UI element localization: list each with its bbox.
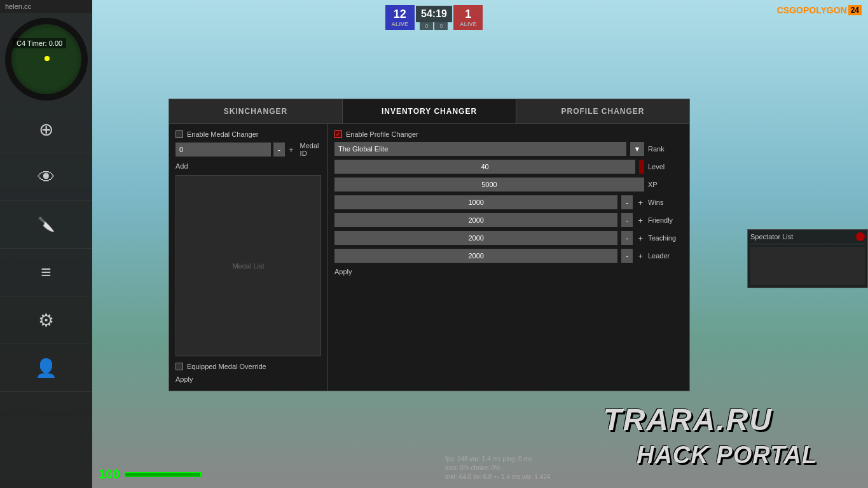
sidebar-item-settings[interactable]: ⚙ xyxy=(0,296,92,344)
tab-skinchanger[interactable]: SKINCHANGER xyxy=(169,99,343,123)
radar-circle xyxy=(11,24,81,94)
sidebar-item-knife[interactable]: 🔪 xyxy=(0,201,92,249)
timer-box: 54:19 xyxy=(416,6,452,22)
equipped-medal-row: Equipped Medal Override xyxy=(176,363,321,370)
teaching-label: Teaching xyxy=(648,234,683,242)
eye-icon: 👁 xyxy=(38,167,55,188)
teaching-row: - + Teaching xyxy=(334,231,683,245)
plus-spacer: + xyxy=(287,145,295,155)
wins-minus-button[interactable]: - xyxy=(621,195,633,209)
dialog-body: Enable Medal Changer - + Medal ID Add Me… xyxy=(169,124,689,391)
spectator-content xyxy=(750,247,865,285)
leader-plus-spacer: + xyxy=(637,251,644,261)
profile-apply-button[interactable]: Apply xyxy=(334,267,683,277)
watermark-trara: TRARA.RU xyxy=(603,402,773,437)
friendly-row: - + Friendly xyxy=(334,213,683,227)
friendly-plus-spacer: + xyxy=(637,216,644,225)
medal-id-minus-button[interactable]: - xyxy=(273,143,285,157)
spectator-panel: Spectator List xyxy=(747,229,868,288)
tab-inventory-changer[interactable]: INVENTORY CHANGER xyxy=(343,99,516,123)
medal-panel: Enable Medal Changer - + Medal ID Add Me… xyxy=(169,124,328,391)
score-ct: 12 ALIVE xyxy=(385,5,415,30)
logo-text: CSGOPOLYGON xyxy=(777,5,847,15)
xp-input[interactable] xyxy=(334,178,644,192)
sidebar-site-label: helen.cc xyxy=(0,0,92,13)
fps-line2: loss: 0% choke: 0% xyxy=(445,464,550,473)
c4-timer: C4 Timer: 0.00 xyxy=(13,38,66,48)
friendly-input[interactable] xyxy=(334,213,617,227)
tab-profile-changer[interactable]: PROFILE CHANGER xyxy=(516,99,689,123)
leader-input[interactable] xyxy=(334,249,617,263)
fps-line1: fps: 148 var: 1.4 ms ping: 0 ms xyxy=(445,455,550,464)
health-bar xyxy=(125,472,201,477)
medal-id-label: Medal ID xyxy=(300,142,321,157)
medal-apply-button[interactable]: Apply xyxy=(176,374,321,384)
logo-num: 24 xyxy=(848,5,862,15)
sidebar: helen.cc ⊕ 👁 🔪 ≡ ⚙ 👤 xyxy=(0,0,92,488)
spectator-close-button[interactable] xyxy=(856,232,865,241)
wins-plus-spacer: + xyxy=(637,198,644,207)
hud-top: 12 ALIVE 54:19 0 0 1 ALIVE xyxy=(385,5,483,30)
fps-line3: tnkt: 64.0 sv: 6.8 +- 1.4 ms var: 1.424 xyxy=(445,473,550,482)
fps-stats: fps: 148 var: 1.4 ms ping: 0 ms loss: 0%… xyxy=(445,455,550,482)
enable-profile-label: Enable Profile Changer xyxy=(346,130,418,138)
teaching-minus-button[interactable]: - xyxy=(621,231,633,245)
enable-medal-checkbox[interactable] xyxy=(176,130,183,138)
main-dialog: SKINCHANGER INVENTORY CHANGER PROFILE CH… xyxy=(169,99,690,391)
menu-icon: ≡ xyxy=(41,262,51,282)
health-value: 100 xyxy=(99,467,120,482)
leader-row: - + Leader xyxy=(334,249,683,263)
profile-panel: ✓ Enable Profile Changer ▼ Rank Level XP xyxy=(328,124,689,391)
medal-id-input[interactable] xyxy=(176,143,271,157)
level-row: Level xyxy=(334,160,683,174)
friendly-label: Friendly xyxy=(648,216,683,224)
tab-bar: SKINCHANGER INVENTORY CHANGER PROFILE CH… xyxy=(169,99,689,124)
enable-medal-label: Enable Medal Changer xyxy=(187,130,259,138)
rank-row: ▼ Rank xyxy=(334,142,683,156)
sidebar-item-menu[interactable]: ≡ xyxy=(0,249,92,296)
score-t: 1 ALIVE xyxy=(453,5,483,30)
xp-row: XP xyxy=(334,178,683,192)
teaching-input[interactable] xyxy=(334,231,617,245)
medal-list-area: Medal List xyxy=(176,175,321,356)
user-icon: 👤 xyxy=(35,358,57,379)
spectator-header: Spectator List xyxy=(750,232,865,244)
wins-label: Wins xyxy=(648,199,683,206)
enable-profile-checkbox[interactable]: ✓ xyxy=(334,130,342,138)
hud-bottom: 100 xyxy=(99,467,201,482)
leader-label: Leader xyxy=(648,252,683,260)
enable-profile-changer-row: ✓ Enable Profile Changer xyxy=(334,130,683,138)
rank-input[interactable] xyxy=(334,142,626,156)
xp-label: XP xyxy=(648,181,683,188)
rank-label: Rank xyxy=(648,145,683,153)
level-input[interactable] xyxy=(334,160,635,174)
equipped-medal-label: Equipped Medal Override xyxy=(187,363,266,370)
gear-icon: ⚙ xyxy=(38,310,54,331)
enable-medal-changer-row: Enable Medal Changer xyxy=(176,130,321,138)
spectator-title: Spectator List xyxy=(750,233,793,241)
wins-input[interactable] xyxy=(334,195,617,209)
medal-list-label: Medal List xyxy=(232,262,264,270)
medal-id-row: - + Medal ID xyxy=(176,142,321,157)
crosshair-icon: ⊕ xyxy=(39,119,53,140)
friendly-minus-button[interactable]: - xyxy=(621,213,633,227)
wins-row: - + Wins xyxy=(334,195,683,209)
sidebar-item-crosshair[interactable]: ⊕ xyxy=(0,106,92,153)
watermark-hack: HACK PORTAL xyxy=(637,442,817,469)
knife-icon: 🔪 xyxy=(38,216,55,233)
radar-player-dot xyxy=(45,56,50,61)
level-red-indicator xyxy=(639,160,644,174)
teaching-plus-spacer: + xyxy=(637,234,644,243)
logo-area: CSGOPOLYGON 24 xyxy=(777,5,862,15)
leader-minus-button[interactable]: - xyxy=(621,249,633,263)
sidebar-item-esp[interactable]: 👁 xyxy=(0,153,92,201)
equipped-medal-checkbox[interactable] xyxy=(176,363,183,370)
radar xyxy=(5,18,88,101)
rank-dropdown-button[interactable]: ▼ xyxy=(630,142,644,156)
add-medal-button[interactable]: Add xyxy=(176,161,321,171)
level-label: Level xyxy=(648,163,683,171)
sidebar-item-profile[interactable]: 👤 xyxy=(0,344,92,392)
